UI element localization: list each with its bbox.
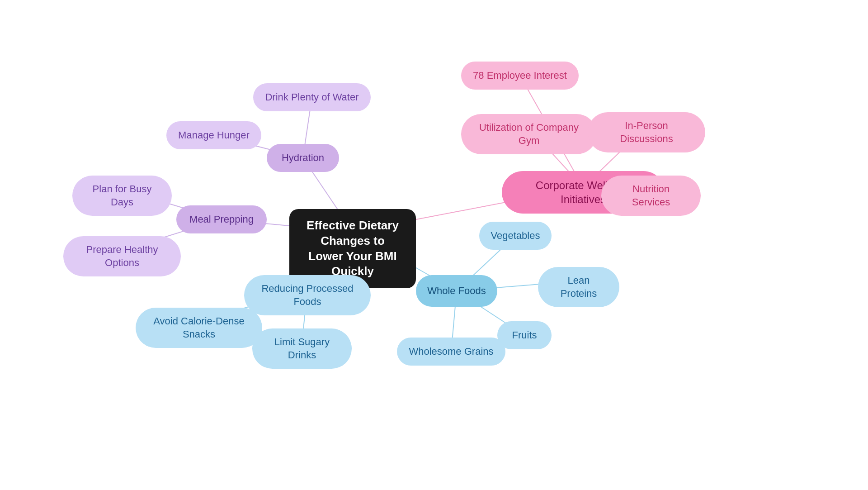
node-wholesomeGrains: Wholesome Grains [397,338,505,366]
node-manageHunger: Manage Hunger [166,121,261,149]
node-hydration: Hydration [267,144,339,172]
mindmap-container: Effective Dietary Changes to Lower Your … [0,0,868,490]
node-avoidSnacks: Avoid Calorie-Dense Snacks [136,308,262,348]
node-prepareHealthy: Prepare Healthy Options [63,236,181,276]
node-inPersonDiscussions: In-Person Discussions [588,112,705,152]
node-companyGym: Utilization of Company Gym [461,114,597,154]
node-vegetables: Vegetables [479,222,552,250]
node-leanProteins: Lean Proteins [538,267,619,307]
node-employeeInterest: 78 Employee Interest [461,62,579,90]
node-limitSugary: Limit Sugary Drinks [252,328,352,369]
node-reducingProcessed: Reducing Processed Foods [244,275,371,315]
node-fruits: Fruits [497,321,552,349]
node-drinkWater: Drink Plenty of Water [253,83,371,111]
node-mealPrepping: Meal Prepping [176,205,267,233]
node-planBusyDays: Plan for Busy Days [72,176,172,216]
node-wholeFoods: Whole Foods [416,275,497,307]
node-nutritionServices: Nutrition Services [601,176,701,216]
